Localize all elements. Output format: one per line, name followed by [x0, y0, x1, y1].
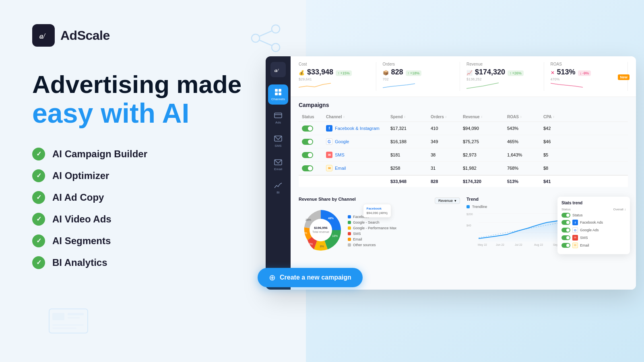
svg-point-4 — [272, 43, 280, 51]
popup-toggle-0[interactable] — [561, 213, 570, 218]
revenue-dropdown[interactable]: Revenue ▾ — [435, 197, 460, 204]
stat-revenue-value: $174,320 — [475, 68, 505, 76]
share-icon-deco — [250, 24, 282, 54]
headline-line2: easy with AI — [32, 98, 274, 128]
sidebar-logo: a/ — [270, 62, 286, 77]
sidebar-email-label: Email — [274, 167, 282, 171]
svg-rect-12 — [52, 327, 76, 329]
col-cpa[interactable]: CPA ↕ — [543, 115, 576, 119]
svg-text:a/: a/ — [39, 32, 46, 40]
svg-text:3%: 3% — [309, 243, 313, 245]
create-campaign-button[interactable]: ⊕ Create a new campaign — [258, 268, 363, 287]
row-channel-3[interactable]: ✉ Email — [326, 165, 390, 171]
feature-item: ✓ AI Ad Copy — [32, 191, 274, 204]
row-spend-1: $16,188 — [390, 139, 431, 144]
svg-rect-11 — [52, 324, 84, 326]
popup-toggle-3[interactable] — [561, 235, 570, 240]
legend-dot — [348, 226, 351, 230]
legend-label: Google - Search — [353, 220, 380, 224]
svg-rect-18 — [275, 113, 282, 118]
stats-trend-popup: Stats trend Status Overall ↓ StatusfFace… — [557, 197, 630, 254]
sidebar-item-channels[interactable]: Channels — [268, 84, 288, 105]
trendline-label: Trendline — [472, 205, 487, 209]
svg-text:28%: 28% — [305, 218, 311, 221]
row-cpa-3: $8 — [543, 166, 576, 171]
revenue-sparkline — [466, 81, 499, 89]
row-toggle-3[interactable] — [302, 165, 326, 171]
popup-channel-1: fFacebook Ads — [561, 220, 626, 225]
svg-text:Total revenue: Total revenue — [312, 230, 329, 233]
table-footer: $33,948 828 $174,320 513% $41 — [299, 175, 628, 187]
popup-email-icon: ✉ — [572, 243, 578, 248]
fb-icon: f — [326, 125, 332, 132]
popup-channels: StatusfFacebook AdsGGoogle Ads✉SMS✉Email — [561, 213, 626, 248]
stat-roas-label: ROAS — [551, 62, 621, 66]
row-roas-3: 768% — [507, 166, 543, 171]
row-toggle-1[interactable] — [302, 139, 326, 145]
popup-toggle-2[interactable] — [561, 228, 570, 232]
tooltip-value: $94,090 (48%) — [367, 211, 388, 215]
orders-sparkline — [383, 81, 415, 89]
popup-g-icon: G — [572, 227, 578, 233]
stat-cost-label: Cost — [299, 62, 369, 66]
row-roas-2: 1,643% — [507, 152, 543, 157]
campaigns-section: Campaigns Status Channel ↕ Spend ↕ Order… — [291, 97, 636, 192]
legend-dot — [348, 215, 351, 218]
col-status: Status — [302, 115, 326, 119]
sidebar-item-bi[interactable]: BI — [268, 178, 288, 198]
svg-rect-9 — [68, 313, 84, 315]
col-orders[interactable]: Orders ↕ — [431, 115, 463, 119]
popup-col-overall: Overall ↓ — [613, 208, 626, 211]
feature-label: AI Segments — [52, 235, 111, 247]
popup-toggle-1[interactable] — [561, 220, 570, 225]
svg-rect-17 — [279, 93, 281, 95]
legend-dot — [348, 221, 351, 224]
table-row: f Facebook & Instagram $17,321 410 $94,0… — [299, 122, 628, 135]
col-revenue[interactable]: Revenue ↕ — [463, 115, 507, 119]
tooltip-channel: Facebook — [367, 207, 388, 210]
table-header: Status Channel ↕ Spend ↕ Orders ↕ Revenu… — [299, 112, 628, 122]
svg-rect-14 — [275, 89, 278, 92]
headline-line1: Advertising made — [32, 71, 274, 98]
stat-orders-label: Orders — [383, 62, 454, 66]
stat-cost-badge: ↑ +15% — [336, 70, 352, 76]
row-toggle-2[interactable] — [302, 152, 326, 158]
svg-line-5 — [260, 31, 272, 36]
popup-channel-0: Status — [561, 213, 626, 218]
col-spend[interactable]: Spend ↕ — [390, 115, 431, 119]
sidebar-sms-label: SMS — [275, 144, 281, 148]
svg-text:Aug 22: Aug 22 — [534, 243, 543, 247]
table-row: ✉ SMS $181 38 $2,973 1,643% $5 — [299, 148, 628, 162]
svg-point-22 — [310, 219, 332, 241]
row-revenue-1: $75,275 — [463, 139, 507, 144]
sidebar-item-email[interactable]: Email — [268, 154, 288, 175]
stat-revenue-sub: $138,252 — [466, 77, 537, 81]
row-channel-0[interactable]: f Facebook & Instagram — [326, 125, 390, 132]
sidebar: a/ Channels Ads SMS Email BI — [266, 56, 291, 290]
sidebar-item-ads[interactable]: Ads — [268, 108, 288, 128]
pie-legend: Facebook Google - Search Google - Perfor… — [348, 215, 396, 247]
svg-text:18%: 18% — [332, 234, 338, 237]
svg-rect-7 — [49, 309, 88, 333]
check-icon: ✓ — [32, 191, 45, 204]
stat-roas-sub: 470% — [551, 77, 621, 81]
cost-sparkline — [299, 81, 331, 89]
stat-orders-value: 828 — [391, 68, 403, 76]
feature-label: AI Campaign Builder — [52, 148, 147, 160]
sidebar-channels-label: Channels — [271, 97, 285, 101]
feature-item: ✓ AI Optimizer — [32, 169, 274, 182]
row-channel-2[interactable]: ✉ SMS — [326, 152, 390, 158]
row-orders-3: 31 — [431, 166, 463, 171]
col-channel[interactable]: Channel ↕ — [326, 115, 390, 119]
col-roas[interactable]: ROAS ↕ — [507, 115, 543, 119]
popup-toggle-4[interactable] — [561, 243, 570, 248]
row-channel-1[interactable]: G Google — [326, 138, 390, 145]
row-revenue-0: $94,090 — [463, 126, 507, 131]
row-toggle-0[interactable] — [302, 125, 326, 132]
revenue-dropdown-label: Revenue — [438, 199, 453, 203]
sidebar-item-sms[interactable]: SMS — [268, 131, 288, 151]
stat-orders-sub: 702 — [383, 77, 454, 81]
footer-spend: $33,948 — [390, 179, 431, 184]
bottom-section: Revenue Share by Channel Revenue ▾ — [291, 192, 636, 259]
legend-item-2: Google - Performance Max — [348, 226, 396, 230]
